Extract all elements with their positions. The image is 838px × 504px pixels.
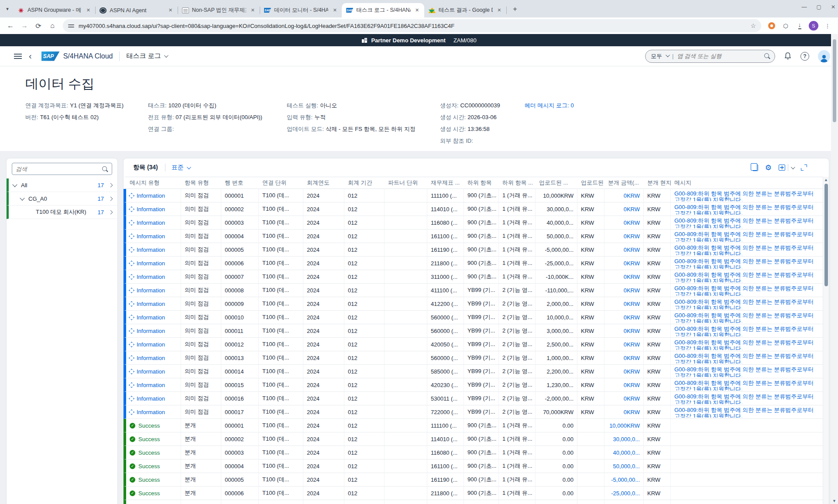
- search-scope[interactable]: 모두: [651, 52, 662, 60]
- table-row[interactable]: Information의미 점검000015T100 (데...20240124…: [124, 378, 823, 392]
- status-label[interactable]: ✓Success: [130, 490, 160, 497]
- status-label[interactable]: Information: [130, 274, 165, 280]
- forward-icon[interactable]: →: [18, 20, 31, 32]
- journal-amount-link[interactable]: 0KRW: [624, 206, 640, 213]
- table-row[interactable]: ✓Success분개000003T100 (데...2024012116080 …: [124, 446, 823, 459]
- message-link[interactable]: G00-809:하위 항목 범주에 의한 분류는 분류범주로부터 고정값 1을(…: [674, 353, 819, 363]
- copy-icon[interactable]: [752, 165, 758, 171]
- journal-amount-link[interactable]: 0KRW: [624, 247, 640, 253]
- page-scrollbar-thumb[interactable]: [833, 39, 836, 122]
- table-row[interactable]: Information의미 점검000006T100 (데...20240122…: [124, 257, 823, 270]
- table-row[interactable]: ✓Success분개000002T100 (데...2024012114010 …: [124, 432, 823, 446]
- column-header[interactable]: 회계연도: [303, 179, 344, 187]
- tree-navigate-chevron-icon[interactable]: [109, 196, 113, 201]
- browser-tab[interactable]: ✳SAPASPN Groupware - 메일✕: [13, 3, 95, 17]
- message-link[interactable]: G00-809:하위 항목 범주에 의한 분류는 분류범주로부터 고정값 1을(…: [674, 191, 819, 201]
- column-header[interactable]: 재무제표 ...: [427, 179, 464, 187]
- column-header[interactable]: 업로드된 ...: [577, 179, 604, 187]
- status-label[interactable]: Information: [130, 368, 165, 375]
- sidebar-tree-item[interactable]: All17: [7, 178, 117, 192]
- tree-navigate-chevron-icon[interactable]: [109, 183, 113, 187]
- shell-back-icon[interactable]: ‹: [29, 51, 32, 61]
- status-label[interactable]: Information: [130, 395, 165, 402]
- table-row[interactable]: Information의미 점검000001T100 (데...20240121…: [124, 189, 823, 202]
- column-header[interactable]: 하위 항목: [464, 179, 499, 187]
- table-row[interactable]: Information의미 점검000017T100 (데...20240127…: [124, 405, 823, 419]
- status-label[interactable]: Information: [130, 260, 165, 267]
- browser-profile-avatar[interactable]: S: [807, 20, 820, 32]
- journal-amount-link[interactable]: 0KRW: [624, 287, 640, 294]
- tab-close-icon[interactable]: ✕: [85, 7, 92, 14]
- message-link[interactable]: G00-809:하위 항목 범주에 의한 분류는 분류범주로부터 고정값 1을(…: [674, 245, 819, 255]
- status-label[interactable]: Information: [130, 409, 165, 415]
- column-header[interactable]: 회계 기간: [344, 179, 385, 187]
- message-link[interactable]: G00-809:하위 항목 범주에 의한 분류는 분류범주로부터 고정값 1을(…: [674, 380, 819, 391]
- table-row[interactable]: Information의미 점검000007T100 (데...20240123…: [124, 270, 823, 284]
- user-avatar[interactable]: [818, 50, 830, 62]
- table-row[interactable]: ✓Success분개000004T100 (데...2024012161100 …: [124, 459, 823, 473]
- sidebar-search-input[interactable]: [16, 166, 102, 172]
- journal-amount-link[interactable]: 0KRW: [624, 368, 640, 375]
- status-label[interactable]: Information: [130, 328, 165, 334]
- column-header[interactable]: 행 번호: [221, 179, 259, 187]
- table-row[interactable]: Information의미 점검000005T100 (데...20240121…: [124, 243, 823, 257]
- url-text[interactable]: my407000.s4hana.cloud.sap/ui?sap-client=…: [79, 23, 746, 29]
- journal-amount-link[interactable]: 0KRW: [624, 395, 640, 402]
- message-link[interactable]: G00-809:하위 항목 범주에 의한 분류는 분류범주로부터 고정값 1을(…: [674, 339, 819, 350]
- journal-amount-link[interactable]: 10,000KRW: [609, 422, 640, 429]
- journal-amount-link[interactable]: 40,000,0...: [613, 449, 640, 456]
- search-icon[interactable]: [102, 166, 108, 172]
- message-link[interactable]: G00-809:하위 항목 범주에 의한 분류는 분류범주로부터 고정값 1을(…: [674, 231, 819, 242]
- scope-chevron-icon[interactable]: [666, 53, 670, 57]
- tab-close-icon[interactable]: ✕: [167, 7, 174, 14]
- page-scroll-down-icon[interactable]: ▼: [832, 499, 836, 503]
- table-row[interactable]: Information의미 점검000008T100 (데...20240124…: [124, 284, 823, 297]
- view-selector[interactable]: 표준: [165, 164, 190, 171]
- journal-amount-link[interactable]: -5,000,00...: [611, 477, 640, 483]
- journal-amount-link[interactable]: 0KRW: [624, 274, 640, 280]
- column-header[interactable]: 파트너 단위: [385, 179, 427, 187]
- back-icon[interactable]: ←: [4, 20, 17, 32]
- table-row[interactable]: Information의미 점검000013T100 (데...20240125…: [124, 351, 823, 365]
- status-label[interactable]: ✓Success: [130, 422, 160, 429]
- status-label[interactable]: Information: [130, 192, 165, 199]
- message-link[interactable]: G00-809:하위 항목 범주에 의한 분류는 분류범주로부터 고정값 1을(…: [674, 272, 819, 282]
- message-link[interactable]: G00-809:하위 항목 범주에 의한 분류는 분류범주로부터 고정값 1을(…: [674, 285, 819, 296]
- sidebar-tree-item[interactable]: T100 데모 회사(KR)17: [7, 206, 117, 219]
- table-row[interactable]: ✓Success분개000005T100 (데...2024012161190 …: [124, 473, 823, 487]
- table-row[interactable]: ✓Success분개000006T100 (데...2024012211800 …: [124, 487, 823, 500]
- message-link[interactable]: G00-809:하위 항목 범주에 의한 분류는 분류범주로부터 고정값 1을(…: [674, 204, 819, 215]
- browser-tab[interactable]: ✳SAP테스트 결과 - Google Drive✕: [424, 3, 506, 17]
- status-label[interactable]: Information: [130, 247, 165, 253]
- tab-close-icon[interactable]: ✕: [331, 7, 338, 14]
- browser-tab[interactable]: ✳SAP태스크 로그 - S/4HANA Cloud✕: [342, 3, 424, 17]
- status-label[interactable]: Information: [130, 382, 165, 388]
- downloads-icon[interactable]: ↓: [793, 20, 806, 32]
- new-tab-button[interactable]: +: [509, 3, 521, 15]
- shell-search-bar[interactable]: 모두 |: [645, 50, 775, 63]
- column-header[interactable]: 분개 금액(...: [604, 179, 644, 187]
- tree-expand-chevron-icon[interactable]: [20, 195, 24, 200]
- status-label[interactable]: Information: [130, 219, 165, 226]
- journal-amount-link[interactable]: 0KRW: [624, 409, 640, 415]
- shell-search-input[interactable]: [677, 53, 760, 59]
- status-label[interactable]: Information: [130, 355, 165, 361]
- status-label[interactable]: ✓Success: [130, 436, 160, 442]
- table-row[interactable]: Information의미 점검000012T100 (데...20240124…: [124, 338, 823, 351]
- extension-colored-icon[interactable]: [766, 20, 778, 32]
- journal-amount-link[interactable]: 0KRW: [624, 260, 640, 267]
- journal-amount-link[interactable]: 0KRW: [624, 382, 640, 388]
- header-message-log-link[interactable]: 헤더 메시지 로그:0: [525, 102, 574, 110]
- fullscreen-expand-icon[interactable]: [801, 165, 807, 171]
- page-scrollbar[interactable]: ▼: [831, 34, 838, 504]
- status-label[interactable]: Information: [130, 287, 165, 294]
- table-row[interactable]: ✓Success분개000007T100 (데...2024012311000 …: [124, 500, 823, 504]
- sidebar-tree-item[interactable]: CG_A017: [7, 192, 117, 206]
- app-title-menu[interactable]: 태스크 로그: [127, 52, 167, 60]
- sidebar-search-field[interactable]: [12, 163, 112, 175]
- journal-amount-link[interactable]: -25,000,0...: [611, 490, 640, 497]
- message-link[interactable]: G00-809:하위 항목 범주에 의한 분류는 분류범주로부터 고정값 1을(…: [674, 394, 819, 404]
- status-label[interactable]: ✓Success: [130, 449, 160, 456]
- column-header[interactable]: 분개 현지 ...: [644, 179, 671, 187]
- column-header[interactable]: 하위 항목 ...: [499, 179, 536, 187]
